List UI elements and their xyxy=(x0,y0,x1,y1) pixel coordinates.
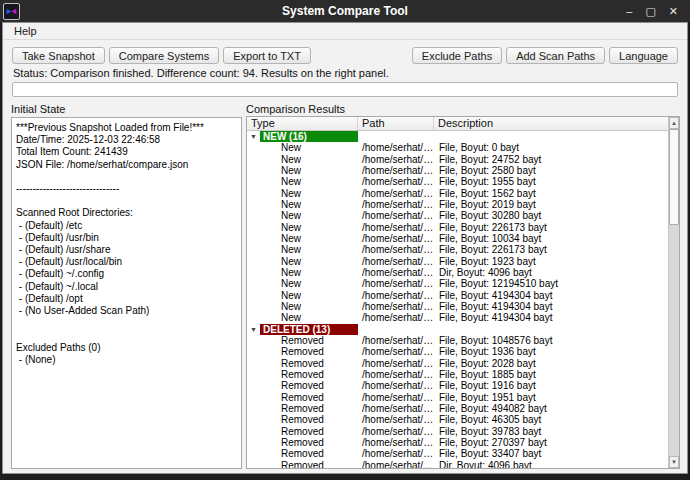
tree-row[interactable]: New/home/serhat/…File, Boyut: 4194304 ba… xyxy=(247,312,668,323)
row-description: File, Boyut: 1955 bayt xyxy=(434,176,668,187)
row-type: Removed xyxy=(247,346,358,357)
compare-systems-button[interactable]: Compare Systems xyxy=(109,47,219,64)
tree-row[interactable]: New/home/serhat/…File, Boyut: 1562 bayt xyxy=(247,188,668,199)
column-header-type[interactable]: Type xyxy=(247,117,358,130)
tree-row[interactable]: New/home/serhat/…File, Boyut: 0 bayt xyxy=(247,142,668,153)
row-path: /home/serhat/… xyxy=(358,437,434,448)
initial-state-textarea[interactable]: ***Previous Snapshot Loaded from File!**… xyxy=(11,117,242,469)
vertical-scrollbar[interactable]: ▲ ▼ xyxy=(668,117,679,468)
row-type: New xyxy=(247,222,358,233)
scrollbar-thumb[interactable] xyxy=(669,129,679,225)
scroll-up-button[interactable]: ▲ xyxy=(669,117,679,129)
row-description: File, Boyut: 2028 bayt xyxy=(434,358,668,369)
row-description: File, Boyut: 226173 bayt xyxy=(434,222,668,233)
exclude-paths-button[interactable]: Exclude Paths xyxy=(412,47,502,64)
tree-row[interactable]: Removed/home/serhat/…File, Boyut: 270397… xyxy=(247,437,668,448)
row-type: New xyxy=(247,290,358,301)
scrollbar-track[interactable] xyxy=(669,129,679,456)
tree-row[interactable]: New/home/serhat/…Dir, Boyut: 4096 bayt xyxy=(247,267,668,278)
row-path: /home/serhat/… xyxy=(358,312,434,323)
group-label: NEW (16) xyxy=(260,131,358,142)
row-description: File, Boyut: 1936 bayt xyxy=(434,346,668,357)
tree-row[interactable]: New/home/serhat/…File, Boyut: 226173 bay… xyxy=(247,222,668,233)
expander-icon[interactable]: ▼ xyxy=(247,326,260,333)
row-description: File, Boyut: 0 bayt xyxy=(434,142,668,153)
status-text: Status: Comparison finished. Difference … xyxy=(13,67,677,79)
tree-row[interactable]: Removed/home/serhat/…File, Boyut: 33407 … xyxy=(247,448,668,459)
close-button[interactable]: ✕ xyxy=(669,0,678,22)
take-snapshot-button[interactable]: Take Snapshot xyxy=(12,47,105,64)
window-title: System Compare Tool xyxy=(0,4,690,18)
toolbar: Take SnapshotCompare SystemsExport to TX… xyxy=(3,44,687,66)
tree-row[interactable]: New/home/serhat/…File, Boyut: 10034 bayt xyxy=(247,233,668,244)
row-description: File, Boyut: 46305 bayt xyxy=(434,414,668,425)
row-path: /home/serhat/… xyxy=(358,448,434,459)
minimize-button[interactable]: – xyxy=(626,0,632,22)
row-type: Removed xyxy=(247,358,358,369)
window-controls: –▢✕ xyxy=(626,0,690,22)
tree-row[interactable]: Removed/home/serhat/…File, Boyut: 1916 b… xyxy=(247,380,668,391)
column-header-path[interactable]: Path xyxy=(358,117,434,130)
tree-row[interactable]: Removed/home/serhat/…File, Boyut: 104857… xyxy=(247,335,668,346)
menu-item-help[interactable]: Help xyxy=(6,25,45,37)
tree-row[interactable]: New/home/serhat/…File, Boyut: 24752 bayt xyxy=(247,154,668,165)
tree-row[interactable]: New/home/serhat/…File, Boyut: 2019 bayt xyxy=(247,199,668,210)
tree-row[interactable]: New/home/serhat/…File, Boyut: 4194304 ba… xyxy=(247,290,668,301)
row-description: File, Boyut: 1951 bayt xyxy=(434,392,668,403)
row-type: New xyxy=(247,142,358,153)
tree-main: TypePathDescription ▼NEW (16)New/home/se… xyxy=(247,117,668,468)
row-description: File, Boyut: 1916 bayt xyxy=(434,380,668,391)
row-type: Removed xyxy=(247,335,358,346)
filter-input[interactable] xyxy=(12,82,678,97)
tree-column-headers: TypePathDescription xyxy=(247,117,668,131)
row-description: File, Boyut: 1923 bayt xyxy=(434,256,668,267)
column-header-description[interactable]: Description xyxy=(434,117,668,130)
tree-group-header[interactable]: ▼NEW (16) xyxy=(247,131,668,142)
row-type: New xyxy=(247,188,358,199)
row-type: Removed xyxy=(247,403,358,414)
tree-row[interactable]: Removed/home/serhat/…File, Boyut: 494082… xyxy=(247,403,668,414)
row-path: /home/serhat/… xyxy=(358,188,434,199)
tree-row[interactable]: Removed/home/serhat/…File, Boyut: 1936 b… xyxy=(247,346,668,357)
tree-row[interactable]: New/home/serhat/…File, Boyut: 1923 bayt xyxy=(247,256,668,267)
tree-row[interactable]: Removed/home/serhat/…File, Boyut: 39783 … xyxy=(247,426,668,437)
window-content: Help Take SnapshotCompare SystemsExport … xyxy=(2,22,688,474)
row-description: File, Boyut: 2580 bayt xyxy=(434,165,668,176)
tree-row[interactable]: Removed/home/serhat/…File, Boyut: 2028 b… xyxy=(247,358,668,369)
tree-row[interactable]: Removed/home/serhat/…Dir, Boyut: 4096 ba… xyxy=(247,460,668,468)
scroll-down-button[interactable]: ▼ xyxy=(669,456,679,468)
row-path: /home/serhat/… xyxy=(358,335,434,346)
row-type: New xyxy=(247,154,358,165)
tree-group-header[interactable]: ▼DELETED (13) xyxy=(247,324,668,335)
initial-state-label: Initial State xyxy=(11,103,65,115)
row-path: /home/serhat/… xyxy=(358,380,434,391)
tree-row[interactable]: New/home/serhat/…File, Boyut: 4194304 ba… xyxy=(247,301,668,312)
row-type: New xyxy=(247,233,358,244)
row-type: New xyxy=(247,301,358,312)
tree-row[interactable]: New/home/serhat/…File, Boyut: 226173 bay… xyxy=(247,244,668,255)
comparison-results-label: Comparison Results xyxy=(246,103,345,115)
tree-row[interactable]: Removed/home/serhat/…File, Boyut: 1951 b… xyxy=(247,392,668,403)
tree-row[interactable]: New/home/serhat/…File, Boyut: 2580 bayt xyxy=(247,165,668,176)
row-type: Removed xyxy=(247,437,358,448)
row-type: Removed xyxy=(247,369,358,380)
row-description: File, Boyut: 494082 bayt xyxy=(434,403,668,414)
maximize-button[interactable]: ▢ xyxy=(645,0,655,22)
tree-row[interactable]: Removed/home/serhat/…File, Boyut: 46305 … xyxy=(247,414,668,425)
tree-row[interactable]: New/home/serhat/…File, Boyut: 1955 bayt xyxy=(247,176,668,187)
row-path: /home/serhat/… xyxy=(358,176,434,187)
row-description: File, Boyut: 1885 bayt xyxy=(434,369,668,380)
row-type: New xyxy=(247,256,358,267)
row-path: /home/serhat/… xyxy=(358,392,434,403)
expander-icon[interactable]: ▼ xyxy=(247,133,260,140)
export-to-txt-button[interactable]: Export to TXT xyxy=(223,47,311,64)
tree-row[interactable]: New/home/serhat/…File, Boyut: 30280 bayt xyxy=(247,210,668,221)
language-button[interactable]: Language xyxy=(609,47,678,64)
row-path: /home/serhat/… xyxy=(358,369,434,380)
tree-row[interactable]: New/home/serhat/…File, Boyut: 12194510 b… xyxy=(247,278,668,289)
add-scan-paths-button[interactable]: Add Scan Paths xyxy=(506,47,605,64)
titlebar[interactable]: System Compare Tool –▢✕ xyxy=(0,0,690,22)
tree-body: ▼NEW (16)New/home/serhat/…File, Boyut: 0… xyxy=(247,131,668,468)
row-path: /home/serhat/… xyxy=(358,301,434,312)
tree-row[interactable]: Removed/home/serhat/…File, Boyut: 1885 b… xyxy=(247,369,668,380)
